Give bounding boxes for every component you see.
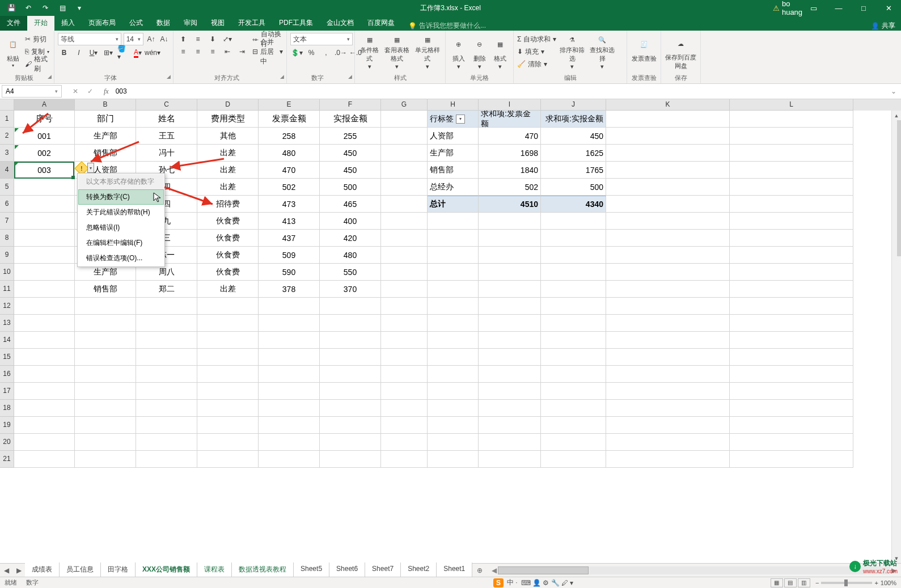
close-button[interactable]: ✕: [876, 0, 901, 16]
cell[interactable]: [606, 111, 730, 128]
cell[interactable]: 总经办: [428, 179, 479, 196]
column-header[interactable]: I: [479, 99, 541, 111]
cell[interactable]: [428, 349, 479, 366]
cell[interactable]: [14, 451, 75, 468]
sheet-tab[interactable]: Sheet5: [294, 562, 329, 578]
cell[interactable]: [479, 434, 541, 451]
hscroll-thumb[interactable]: [498, 566, 589, 574]
ribbon-display-options-icon[interactable]: ▭: [801, 0, 826, 16]
cell[interactable]: 003: [14, 162, 75, 179]
cell[interactable]: [730, 264, 853, 281]
sheet-tab[interactable]: 员工信息: [60, 562, 101, 578]
column-header[interactable]: K: [606, 99, 730, 111]
cell[interactable]: [75, 417, 136, 434]
cell[interactable]: [541, 332, 606, 349]
cell[interactable]: [730, 315, 853, 332]
row-header[interactable]: 14: [0, 332, 14, 349]
cell[interactable]: [428, 298, 479, 315]
format-painter-button[interactable]: 🖌 格式刷: [25, 58, 50, 70]
name-box[interactable]: A4▾: [2, 85, 62, 98]
cell[interactable]: [479, 264, 541, 281]
cell[interactable]: [428, 315, 479, 332]
number-dialog-icon[interactable]: ◢: [348, 74, 352, 79]
cell[interactable]: 姓名: [136, 111, 197, 128]
cell[interactable]: [541, 417, 606, 434]
cell[interactable]: 378: [259, 281, 320, 298]
cell[interactable]: 求和项:发票金额: [479, 111, 541, 128]
cell[interactable]: 001: [14, 128, 75, 145]
cell[interactable]: [197, 315, 259, 332]
row-header[interactable]: 6: [0, 196, 14, 213]
cell[interactable]: 413: [259, 213, 320, 230]
cell[interactable]: [479, 383, 541, 400]
cell[interactable]: [136, 451, 197, 468]
cell[interactable]: [428, 417, 479, 434]
select-all-corner[interactable]: [0, 99, 14, 111]
cell[interactable]: 4340: [541, 196, 606, 213]
fill-button[interactable]: ⬇ 填充 ▾: [517, 45, 556, 58]
cell[interactable]: [428, 366, 479, 383]
cell[interactable]: 500: [541, 179, 606, 196]
cell[interactable]: [606, 417, 730, 434]
cell[interactable]: 470: [259, 162, 320, 179]
cell[interactable]: 招待费: [197, 196, 259, 213]
cell[interactable]: [381, 332, 428, 349]
cell[interactable]: [606, 400, 730, 417]
zoom-slider[interactable]: [821, 582, 872, 584]
phonetic-icon[interactable]: wén▾: [146, 46, 159, 59]
menu-ignore-error[interactable]: 忽略错误(I): [78, 220, 164, 235]
cell[interactable]: 郑二: [136, 281, 197, 298]
zoom-control[interactable]: − + 100%: [815, 579, 896, 586]
cell[interactable]: [381, 298, 428, 315]
cell[interactable]: 总计: [428, 196, 479, 213]
cell[interactable]: [320, 349, 381, 366]
row-header[interactable]: 13: [0, 315, 14, 332]
cell[interactable]: 502: [479, 179, 541, 196]
cell[interactable]: [197, 383, 259, 400]
row-header[interactable]: 1: [0, 111, 14, 128]
cell[interactable]: [14, 417, 75, 434]
cancel-formula-icon[interactable]: ✕: [70, 87, 81, 95]
cell[interactable]: [14, 315, 75, 332]
maximize-button[interactable]: □: [851, 0, 876, 16]
cell[interactable]: [730, 349, 853, 366]
cell[interactable]: [259, 434, 320, 451]
cell[interactable]: [14, 281, 75, 298]
cell[interactable]: [14, 213, 75, 230]
horizontal-scrollbar[interactable]: ◀ ▶: [492, 566, 896, 574]
cell[interactable]: [75, 349, 136, 366]
cell[interactable]: 部门: [75, 111, 136, 128]
cell[interactable]: [136, 366, 197, 383]
sheet-tab[interactable]: Sheet1: [437, 562, 472, 578]
cell[interactable]: [541, 247, 606, 264]
cell[interactable]: [259, 366, 320, 383]
cell[interactable]: [479, 451, 541, 468]
cell[interactable]: [479, 213, 541, 230]
view-page-break-icon[interactable]: ▥: [798, 578, 810, 587]
cell[interactable]: 002: [14, 145, 75, 162]
row-header[interactable]: 9: [0, 247, 14, 264]
column-header[interactable]: B: [75, 99, 136, 111]
row-header[interactable]: 17: [0, 383, 14, 400]
cell[interactable]: [730, 298, 853, 315]
align-right-icon[interactable]: ≡: [206, 45, 219, 58]
cell[interactable]: [14, 230, 75, 247]
cell[interactable]: 470: [479, 128, 541, 145]
cell[interactable]: [14, 349, 75, 366]
add-sheet-button[interactable]: ⊕: [472, 566, 487, 574]
cell[interactable]: [541, 451, 606, 468]
table-format-button[interactable]: ▦套用表格格式▾: [382, 33, 411, 70]
cell[interactable]: [197, 366, 259, 383]
cell[interactable]: [320, 451, 381, 468]
column-header[interactable]: H: [428, 99, 479, 111]
cell[interactable]: [606, 332, 730, 349]
cell[interactable]: 1625: [541, 145, 606, 162]
cell[interactable]: 450: [541, 128, 606, 145]
menu-convert-to-number[interactable]: 转换为数字(C): [78, 189, 164, 205]
clipboard-dialog-icon[interactable]: ◢: [48, 74, 52, 79]
cell[interactable]: 王五: [136, 128, 197, 145]
cell[interactable]: 冯十: [136, 145, 197, 162]
user-label[interactable]: ⚠bo huang: [774, 0, 801, 16]
font-size-select[interactable]: 14▾: [124, 33, 143, 45]
cell[interactable]: 258: [259, 128, 320, 145]
